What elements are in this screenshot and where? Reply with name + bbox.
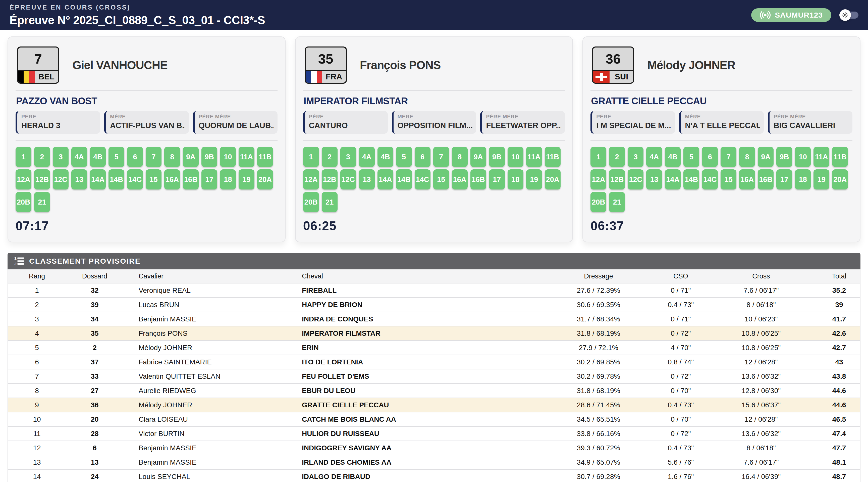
fence-button[interactable]: 12A bbox=[303, 170, 319, 189]
fence-button[interactable]: 4B bbox=[90, 147, 106, 167]
live-channel-badge[interactable]: SAUMUR123 bbox=[751, 8, 831, 22]
fence-button[interactable]: 21 bbox=[34, 192, 50, 212]
fence-button[interactable]: 10 bbox=[507, 147, 523, 167]
fence-button[interactable]: 4A bbox=[359, 147, 375, 167]
fence-button[interactable]: 15 bbox=[146, 170, 161, 189]
svg-text:2: 2 bbox=[14, 262, 17, 266]
fence-button[interactable]: 9A bbox=[470, 147, 486, 167]
cell-cavalier: Clara LOISEAU bbox=[124, 415, 294, 423]
fence-button[interactable]: 16A bbox=[739, 170, 755, 189]
fence-button[interactable]: 11B bbox=[832, 147, 848, 167]
fence-button[interactable]: 8 bbox=[452, 147, 468, 167]
fence-button[interactable]: 10 bbox=[795, 147, 811, 167]
fence-button[interactable]: 13 bbox=[646, 170, 662, 189]
fence-button[interactable]: 14B bbox=[396, 170, 412, 189]
fence-button[interactable]: 9A bbox=[183, 147, 199, 167]
fence-button[interactable]: 21 bbox=[609, 192, 625, 212]
fence-button[interactable]: 21 bbox=[322, 192, 338, 212]
fence-button[interactable]: 14A bbox=[90, 170, 106, 189]
fence-button[interactable]: 5 bbox=[108, 147, 124, 167]
fence-button[interactable]: 15 bbox=[720, 170, 736, 189]
fence-button[interactable]: 12A bbox=[16, 170, 31, 189]
fence-button[interactable]: 1 bbox=[590, 147, 606, 167]
fence-button[interactable]: 20A bbox=[257, 170, 273, 189]
fence-button[interactable]: 2 bbox=[322, 147, 338, 167]
fence-button[interactable]: 20B bbox=[303, 192, 319, 212]
fence-button[interactable]: 14B bbox=[683, 170, 699, 189]
fence-button[interactable]: 19 bbox=[526, 170, 542, 189]
fence-button[interactable]: 11B bbox=[545, 147, 561, 167]
fence-button[interactable]: 4B bbox=[377, 147, 393, 167]
fence-button[interactable]: 11B bbox=[257, 147, 273, 167]
fence-button[interactable]: 14B bbox=[108, 170, 124, 189]
fence-button[interactable]: 12C bbox=[628, 170, 644, 189]
fence-button[interactable]: 9B bbox=[489, 147, 505, 167]
fence-button[interactable]: 2 bbox=[34, 147, 50, 167]
fence-button[interactable]: 9A bbox=[758, 147, 774, 167]
fence-button[interactable]: 17 bbox=[489, 170, 505, 189]
fence-button[interactable]: 9B bbox=[202, 147, 217, 167]
fence-button[interactable]: 3 bbox=[628, 147, 644, 167]
fence-button[interactable]: 18 bbox=[220, 170, 236, 189]
fence-button[interactable]: 7 bbox=[146, 147, 161, 167]
fence-button[interactable]: 8 bbox=[739, 147, 755, 167]
fence-button[interactable]: 16B bbox=[183, 170, 199, 189]
fence-button[interactable]: 18 bbox=[795, 170, 811, 189]
fence-button[interactable]: 6 bbox=[127, 147, 143, 167]
fence-button[interactable]: 6 bbox=[702, 147, 718, 167]
fence-button[interactable]: 16B bbox=[470, 170, 486, 189]
fence-button[interactable]: 19 bbox=[239, 170, 254, 189]
fence-button[interactable]: 11A bbox=[239, 147, 254, 167]
fence-button[interactable]: 1 bbox=[303, 147, 319, 167]
fence-button[interactable]: 17 bbox=[776, 170, 792, 189]
fence-button[interactable]: 16A bbox=[164, 170, 180, 189]
fence-button[interactable]: 4A bbox=[71, 147, 87, 167]
fence-button[interactable]: 12B bbox=[609, 170, 625, 189]
fence-button[interactable]: 8 bbox=[164, 147, 180, 167]
theme-toggle[interactable] bbox=[842, 11, 859, 19]
fence-button[interactable]: 12C bbox=[340, 170, 356, 189]
fence-button[interactable]: 17 bbox=[202, 170, 217, 189]
fence-button[interactable]: 14A bbox=[377, 170, 393, 189]
fence-button[interactable]: 11A bbox=[526, 147, 542, 167]
fence-button[interactable]: 16A bbox=[452, 170, 468, 189]
fence-button[interactable]: 3 bbox=[340, 147, 356, 167]
fence-button[interactable]: 14C bbox=[415, 170, 431, 189]
fence-button[interactable]: 3 bbox=[53, 147, 68, 167]
fence-button[interactable]: 4B bbox=[665, 147, 681, 167]
fence-button[interactable]: 13 bbox=[71, 170, 87, 189]
fence-button[interactable]: 14C bbox=[127, 170, 143, 189]
fence-button[interactable]: 2 bbox=[609, 147, 625, 167]
fence-button[interactable]: 16B bbox=[758, 170, 774, 189]
fence-button[interactable]: 20A bbox=[832, 170, 848, 189]
fence-button[interactable]: 9B bbox=[776, 147, 792, 167]
fence-button[interactable]: 11A bbox=[813, 147, 829, 167]
cell-total: 44.6 bbox=[818, 401, 860, 409]
fence-button[interactable]: 20B bbox=[16, 192, 31, 212]
cell-dressage: 27.6 / 72.39% bbox=[539, 287, 657, 295]
fence-button[interactable]: 14C bbox=[702, 170, 718, 189]
fence-button[interactable]: 7 bbox=[720, 147, 736, 167]
fence-button[interactable]: 18 bbox=[507, 170, 523, 189]
cell-dressage: 34.9 / 65.07% bbox=[539, 458, 657, 466]
fence-button[interactable]: 1 bbox=[16, 147, 31, 167]
fence-button[interactable]: 19 bbox=[813, 170, 829, 189]
fence-button[interactable]: 5 bbox=[396, 147, 412, 167]
fence-button[interactable]: 6 bbox=[415, 147, 431, 167]
fence-button[interactable]: 15 bbox=[433, 170, 449, 189]
flag-bel-icon bbox=[18, 71, 35, 83]
fence-button[interactable]: 12B bbox=[34, 170, 50, 189]
fence-button[interactable]: 14A bbox=[665, 170, 681, 189]
cell-cso: 0.4 / 73" bbox=[657, 444, 704, 452]
fence-button[interactable]: 20A bbox=[545, 170, 561, 189]
fence-button[interactable]: 10 bbox=[220, 147, 236, 167]
fence-button[interactable]: 13 bbox=[359, 170, 375, 189]
fence-button[interactable]: 12C bbox=[53, 170, 68, 189]
fence-button[interactable]: 7 bbox=[433, 147, 449, 167]
cell-total: 47.4 bbox=[818, 430, 860, 438]
fence-button[interactable]: 5 bbox=[683, 147, 699, 167]
fence-button[interactable]: 20B bbox=[590, 192, 606, 212]
fence-button[interactable]: 12A bbox=[590, 170, 606, 189]
fence-button[interactable]: 12B bbox=[322, 170, 338, 189]
fence-button[interactable]: 4A bbox=[646, 147, 662, 167]
